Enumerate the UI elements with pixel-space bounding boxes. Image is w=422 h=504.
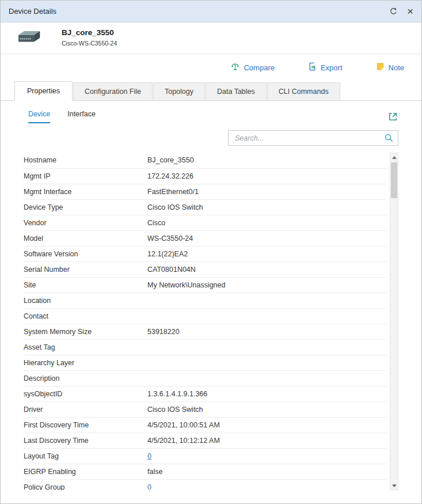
property-name: Mgmt Interface bbox=[24, 184, 147, 199]
table-row: Hierarchy Layer bbox=[24, 355, 386, 370]
table-row: Location bbox=[24, 293, 386, 308]
table-row: System Memory Size 53918220 bbox=[24, 324, 386, 339]
property-name: Software Version bbox=[24, 246, 147, 262]
property-value: FastEthernet0/1 bbox=[147, 184, 386, 199]
property-name: Serial Number bbox=[24, 262, 147, 277]
property-value bbox=[147, 293, 386, 308]
table-row: Serial Number CAT0801N04N bbox=[24, 262, 386, 277]
property-value: Cisco bbox=[147, 215, 386, 230]
property-name: EIGRP Enabling bbox=[24, 464, 147, 479]
property-name: Hostname bbox=[24, 153, 147, 168]
table-row: Asset Tag bbox=[24, 339, 386, 355]
table-row: Software Version 12.1(22)EA2 bbox=[24, 246, 386, 262]
close-icon[interactable]: × bbox=[407, 6, 413, 17]
property-value: My Network\Unassigned bbox=[147, 277, 386, 293]
table-row: Policy Group 0 bbox=[24, 479, 386, 490]
properties-tab-content: Device Interface bbox=[1, 101, 421, 490]
tab-bar: Properties Configuration File Topology D… bbox=[1, 81, 421, 101]
property-value: BJ_core_3550 bbox=[147, 153, 386, 168]
device-header: BJ_core_3550 Cisco-WS-C3550-24 bbox=[1, 22, 421, 54]
property-value: false bbox=[147, 464, 386, 479]
property-name: Vendor bbox=[24, 215, 147, 230]
property-name: Hierarchy Layer bbox=[24, 355, 147, 370]
property-name: Driver bbox=[24, 401, 147, 417]
property-name: Site bbox=[24, 277, 147, 293]
subtab-row: Device Interface bbox=[14, 101, 398, 123]
scrollbar-thumb[interactable] bbox=[391, 162, 397, 198]
property-name: Last Discovery Time bbox=[24, 433, 147, 448]
property-value: 172.24.32.226 bbox=[147, 168, 386, 184]
property-name: Description bbox=[24, 370, 147, 386]
property-value: 4/5/2021, 10:12:12 AM bbox=[147, 433, 386, 448]
property-name: sysObjectID bbox=[24, 386, 147, 401]
device-name: BJ_core_3550 bbox=[62, 28, 117, 37]
export-button[interactable]: Export bbox=[308, 62, 343, 73]
property-value: 12.1(22)EA2 bbox=[147, 246, 386, 262]
tab-properties[interactable]: Properties bbox=[14, 81, 73, 101]
table-row: Driver Cisco IOS Switch bbox=[24, 401, 386, 417]
property-name: Mgmt IP bbox=[24, 168, 147, 184]
property-name: Contact bbox=[24, 308, 147, 324]
property-name: Layout Tag bbox=[24, 448, 147, 464]
table-row: Last Discovery Time 4/5/2021, 10:12:12 A… bbox=[24, 433, 386, 448]
property-name: Policy Group bbox=[24, 479, 147, 490]
property-value-link[interactable]: 0 bbox=[147, 452, 151, 460]
table-row: Device Type Cisco IOS Switch bbox=[24, 199, 386, 215]
table-row: sysObjectID 1.3.6.1.4.1.9.1.366 bbox=[24, 386, 386, 401]
properties-scroll-viewport: Hostname BJ_core_3550 Mgmt IP 172.24.32.… bbox=[14, 153, 386, 490]
compare-button[interactable]: Compare bbox=[231, 62, 274, 73]
tab-data-tables[interactable]: Data Tables bbox=[206, 82, 267, 100]
property-value: 53918220 bbox=[147, 324, 386, 339]
table-row: Vendor Cisco bbox=[24, 215, 386, 230]
open-in-new-window-icon[interactable] bbox=[387, 111, 398, 122]
properties-table-body: Hostname BJ_core_3550 Mgmt IP 172.24.32.… bbox=[24, 153, 386, 490]
scrollbar-up-arrow[interactable] bbox=[390, 153, 398, 161]
table-row: Description bbox=[24, 370, 386, 386]
note-icon bbox=[376, 62, 385, 73]
property-value bbox=[147, 355, 386, 370]
subtab-interface[interactable]: Interface bbox=[67, 110, 96, 123]
tab-topology[interactable]: Topology bbox=[153, 82, 205, 100]
property-value bbox=[147, 370, 386, 386]
property-value: Cisco IOS Switch bbox=[147, 401, 386, 417]
table-row: EIGRP Enabling false bbox=[24, 464, 386, 479]
titlebar: Device Details × bbox=[1, 1, 421, 22]
table-row: Hostname BJ_core_3550 bbox=[24, 153, 386, 168]
device-details-panel: Device Details × bbox=[0, 0, 422, 504]
properties-table: Hostname BJ_core_3550 Mgmt IP 172.24.32.… bbox=[14, 153, 398, 490]
property-name: Asset Tag bbox=[24, 339, 147, 355]
switch-device-icon bbox=[16, 30, 41, 45]
search-input[interactable] bbox=[234, 134, 384, 143]
property-value: 4/5/2021, 10:00:51 AM bbox=[147, 417, 386, 433]
note-button[interactable]: Note bbox=[376, 62, 404, 73]
device-model: Cisco-WS-C3550-24 bbox=[62, 40, 117, 47]
table-row: Contact bbox=[24, 308, 386, 324]
table-row: First Discovery Time 4/5/2021, 10:00:51 … bbox=[24, 417, 386, 433]
property-name: Model bbox=[24, 230, 147, 246]
scrollbar[interactable] bbox=[390, 153, 398, 490]
window-title: Device Details bbox=[9, 7, 56, 16]
search-row bbox=[14, 130, 398, 146]
property-name: First Discovery Time bbox=[24, 417, 147, 433]
export-icon bbox=[308, 62, 317, 73]
note-label: Note bbox=[389, 63, 404, 72]
property-value: 1.3.6.1.4.1.9.1.366 bbox=[147, 386, 386, 401]
tab-configuration-file[interactable]: Configuration File bbox=[73, 82, 153, 100]
property-value: Cisco IOS Switch bbox=[147, 199, 386, 215]
export-label: Export bbox=[321, 63, 343, 72]
tab-cli-commands[interactable]: CLI Commands bbox=[267, 82, 340, 100]
search-box bbox=[228, 130, 398, 146]
property-value: 0 bbox=[147, 479, 386, 490]
property-value: CAT0801N04N bbox=[147, 262, 386, 277]
refresh-icon[interactable] bbox=[389, 7, 398, 16]
property-value bbox=[147, 308, 386, 324]
property-name: System Memory Size bbox=[24, 324, 147, 339]
search-icon[interactable] bbox=[384, 133, 394, 143]
table-row: Model WS-C3550-24 bbox=[24, 230, 386, 246]
table-row: Mgmt IP 172.24.32.226 bbox=[24, 168, 386, 184]
scrollbar-down-arrow[interactable] bbox=[390, 482, 398, 490]
subtab-device[interactable]: Device bbox=[28, 110, 50, 123]
property-name: Device Type bbox=[24, 199, 147, 215]
property-value-link[interactable]: 0 bbox=[147, 483, 151, 491]
property-value bbox=[147, 339, 386, 355]
